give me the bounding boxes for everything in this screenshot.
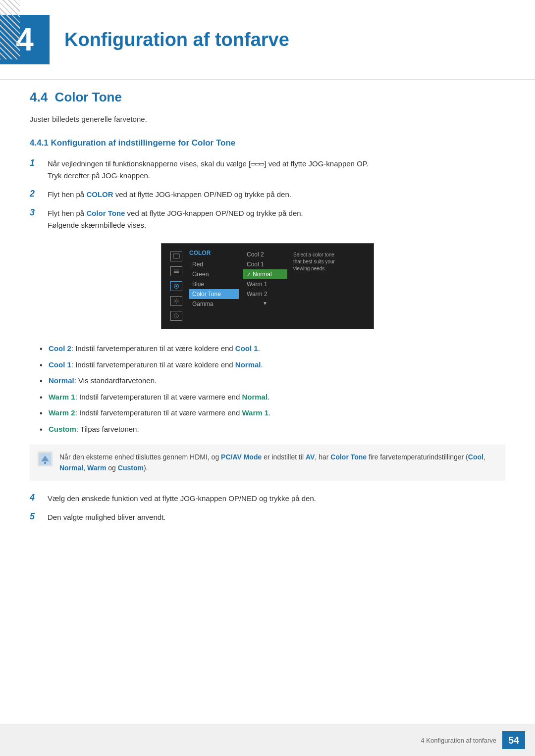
bullet-warm1: Warm 1: Indstil farvetemperaturen til at… [40, 392, 505, 403]
final-steps-list: 4 Vælg den ønskede funktion ved at flytt… [30, 493, 505, 523]
sidebar-icons: i [167, 250, 185, 323]
bullet-warm2-ref: Warm 1 [242, 408, 268, 417]
step-1-text: Når vejledningen til funktionsknapperne … [48, 158, 369, 182]
color-ref: COLOR [86, 190, 113, 199]
note-icon [38, 452, 53, 466]
bullet-list: Cool 2: Indstil farvetemperaturen til at… [30, 343, 505, 435]
menu-item-blue: Blue [189, 279, 239, 289]
screenshot-container: i COLOR Red Green Blue Color Tone Gamma … [30, 243, 505, 329]
menu-column: COLOR Red Green Blue Color Tone Gamma [189, 250, 239, 323]
menu-header: COLOR [189, 250, 239, 256]
svg-text:i: i [176, 314, 177, 318]
sidebar-icon-gear [170, 296, 182, 306]
menu-item-green: Green [189, 269, 239, 279]
main-content: 4.4 Color Tone Juster billedets generell… [0, 90, 535, 570]
submenu-normal: Normal [243, 269, 287, 279]
step-5: 5 Den valgte mulighed bliver anvendt. [30, 511, 505, 523]
step-5-text: Den valgte mulighed bliver anvendt. [48, 511, 165, 523]
submenu-warm1: Warm 1 [243, 279, 287, 289]
step-3-number: 3 [30, 207, 44, 218]
submenu-column: Cool 2 Cool 1 Normal Warm 1 Warm 2 ▼ [243, 250, 287, 323]
bullet-warm1-ref: Normal [242, 393, 268, 401]
screenshot-box: i COLOR Red Green Blue Color Tone Gamma … [161, 243, 374, 329]
svg-rect-0 [173, 254, 179, 258]
step-1-number: 1 [30, 158, 44, 168]
stripe-decoration [0, 0, 20, 59]
menu-item-gamma: Gamma [189, 299, 239, 309]
step-2-text: Flyt hen på COLOR ved at flytte JOG-knap… [48, 189, 291, 201]
bullet-warm2: Warm 2: Indstil farvetemperaturen til at… [40, 407, 505, 419]
step-4-text: Vælg den ønskede funktion ved at flytte … [48, 493, 316, 504]
submenu-cool2: Cool 2 [243, 250, 287, 259]
scroll-arrow: ▼ [243, 299, 287, 306]
step-4: 4 Vælg den ønskede funktion ved at flytt… [30, 493, 505, 504]
submenu-warm2: Warm 2 [243, 289, 287, 299]
sidebar-icon-info: i [170, 311, 182, 321]
bullet-normal-label: Normal [49, 376, 74, 385]
step-3-text: Flyt hen på Color Tone ved at flytte JOG… [48, 207, 303, 231]
page-footer: 4 Konfiguration af tonfarve 54 [0, 724, 535, 756]
bullet-custom: Custom: Tilpas farvetonen. [40, 424, 505, 435]
bullet-custom-label: Custom [49, 425, 76, 433]
note-box: Når den eksterne enhed tilsluttes gennem… [30, 445, 505, 481]
step-1: 1 Når vejledningen til funktionsknappern… [30, 158, 505, 182]
step-4-number: 4 [30, 493, 44, 503]
bullet-cool2-ref: Cool 1 [235, 344, 258, 353]
step-5-number: 5 [30, 511, 44, 522]
svg-point-8 [175, 300, 177, 302]
subsection-title: 4.4.1 Konfiguration af indstillingerne f… [30, 138, 505, 148]
step-2-number: 2 [30, 189, 44, 199]
bullet-cool1: Cool 1: Indstil farvetemperaturen til at… [40, 359, 505, 371]
footer-text: 4 Konfiguration af tonfarve [421, 737, 497, 744]
bullet-normal: Normal: Vis standardfarvetonen. [40, 375, 505, 387]
section-title: 4.4 Color Tone [30, 90, 505, 105]
sidebar-icon-lines [170, 266, 182, 276]
footer-page-number: 54 [502, 731, 525, 749]
bullet-cool1-ref: Normal [235, 360, 261, 369]
note-text: Når den eksterne enhed tilsluttes gennem… [59, 452, 497, 474]
chapter-title: Konfiguration af tonfarve [64, 29, 289, 50]
menu-item-colortone: Color Tone [189, 289, 239, 299]
sidebar-icon-active [170, 281, 182, 291]
svg-point-12 [44, 462, 46, 464]
section-description: Juster billedets generelle farvetone. [30, 115, 505, 123]
chapter-header: 4 Konfiguration af tonfarve [0, 0, 535, 80]
color-tone-ref: Color Tone [86, 209, 125, 217]
svg-point-7 [175, 285, 177, 287]
bullet-cool1-label: Cool 1 [49, 360, 71, 369]
hint-column: Select a color tone that best suits your… [291, 250, 341, 323]
menu-item-red: Red [189, 259, 239, 269]
bullet-cool2: Cool 2: Indstil farvetemperaturen til at… [40, 343, 505, 354]
step-2: 2 Flyt hen på COLOR ved at flytte JOG-kn… [30, 189, 505, 201]
step-3: 3 Flyt hen på Color Tone ved at flytte J… [30, 207, 505, 231]
bullet-warm2-label: Warm 2 [49, 408, 75, 417]
submenu-cool1: Cool 1 [243, 259, 287, 269]
sidebar-icon-monitor [170, 252, 182, 261]
bullet-warm1-label: Warm 1 [49, 393, 75, 401]
steps-list: 1 Når vejledningen til funktionsknappern… [30, 158, 505, 231]
bullet-cool2-label: Cool 2 [49, 344, 71, 353]
